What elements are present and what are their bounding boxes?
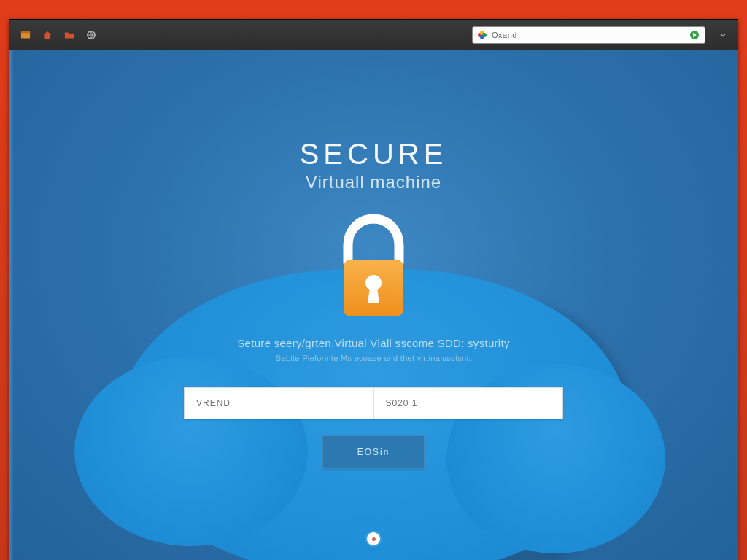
- svg-point-6: [480, 35, 484, 39]
- browser-window: Oxand SECURE Virtuall machine: [9, 19, 738, 560]
- url-text: Oxand: [492, 31, 684, 39]
- password-input[interactable]: [374, 388, 563, 419]
- login-button-label: EOSin: [357, 447, 390, 457]
- hero-subtitle: Virtuall machine: [140, 172, 607, 192]
- login-button[interactable]: EOSin: [322, 435, 425, 469]
- os-window-frame: Oxand SECURE Virtuall machine: [0, 0, 747, 560]
- url-bar[interactable]: Oxand: [472, 26, 705, 44]
- hero-title: SECURE: [140, 138, 607, 171]
- tagline-primary: Seture seery/grten.Virtual Vlall sscome …: [140, 337, 607, 349]
- username-input[interactable]: [185, 388, 374, 419]
- svg-rect-1: [21, 31, 30, 33]
- credentials-row: [184, 387, 563, 419]
- home-icon[interactable]: [42, 29, 53, 41]
- tagline-secondary: SeLite Pieforinte Ms ecoase and thet vir…: [140, 354, 607, 362]
- pager-dot[interactable]: [367, 532, 380, 545]
- go-arrow-icon[interactable]: [689, 29, 700, 41]
- edge-highlight: [9, 50, 14, 560]
- chevron-down-icon[interactable]: [719, 31, 727, 39]
- folder-icon[interactable]: [63, 29, 75, 41]
- page-content: SECURE Virtuall machine: [9, 50, 738, 560]
- toolbar-left-icons: [20, 29, 97, 41]
- globe-icon[interactable]: [85, 29, 97, 41]
- multicolor-favicon-icon: [477, 30, 487, 40]
- lock-icon: [326, 214, 421, 324]
- browser-toolbar: Oxand: [9, 20, 738, 50]
- window-icon[interactable]: [20, 29, 31, 41]
- hero-stack: SECURE Virtuall machine: [140, 138, 607, 469]
